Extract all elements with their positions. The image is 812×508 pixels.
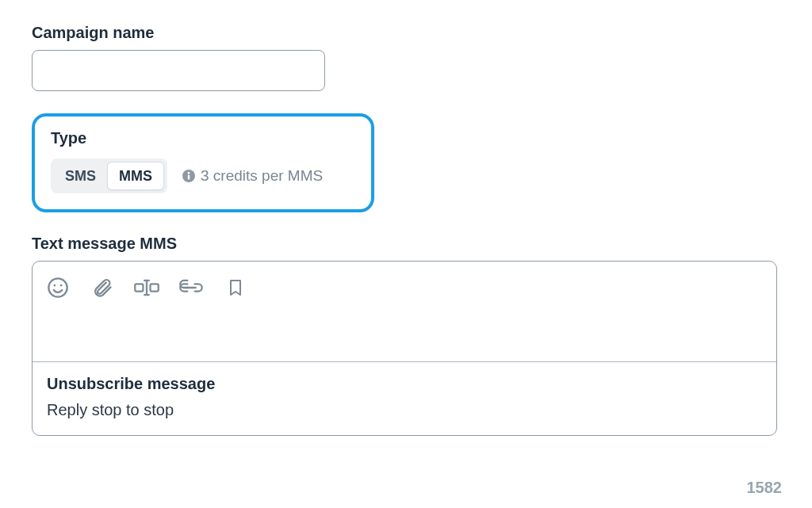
textfield-button[interactable]	[134, 275, 159, 300]
type-option-sms[interactable]: SMS	[54, 162, 107, 190]
credits-note: 3 credits per MMS	[182, 167, 323, 185]
svg-point-5	[60, 285, 63, 287]
svg-point-4	[54, 285, 56, 287]
unsubscribe-block: Unsubscribe message Reply stop to stop	[33, 361, 776, 435]
attachment-button[interactable]	[90, 275, 115, 300]
svg-point-3	[48, 278, 67, 296]
unsubscribe-title: Unsubscribe message	[47, 375, 762, 393]
bookmark-button[interactable]	[223, 275, 248, 300]
emoji-button[interactable]	[45, 275, 71, 300]
svg-rect-7	[151, 284, 159, 291]
type-segmented-control: SMS MMS	[51, 159, 167, 193]
message-editor: Unsubscribe message Reply stop to stop	[32, 261, 777, 436]
info-icon	[182, 169, 196, 183]
credits-note-text: 3 credits per MMS	[201, 167, 323, 185]
type-option-mms[interactable]: MMS	[107, 162, 164, 190]
attachment-icon	[91, 277, 113, 299]
campaign-name-label: Campaign name	[32, 24, 780, 42]
unsubscribe-text: Reply stop to stop	[47, 401, 762, 419]
link-button[interactable]	[178, 275, 204, 300]
type-selector-box: Type SMS MMS 3 credits per MMS	[32, 113, 374, 212]
type-label: Type	[51, 129, 355, 147]
character-count: 1582	[747, 479, 783, 497]
svg-rect-6	[135, 284, 143, 291]
message-label: Text message MMS	[32, 235, 780, 253]
svg-rect-2	[188, 175, 190, 180]
campaign-name-input[interactable]	[32, 50, 325, 91]
svg-point-1	[188, 172, 190, 174]
bookmark-icon	[226, 277, 245, 299]
emoji-icon	[47, 277, 69, 299]
textfield-icon	[133, 277, 160, 299]
editor-toolbar	[33, 262, 776, 309]
link-icon	[178, 277, 204, 299]
message-textarea[interactable]	[33, 309, 776, 361]
